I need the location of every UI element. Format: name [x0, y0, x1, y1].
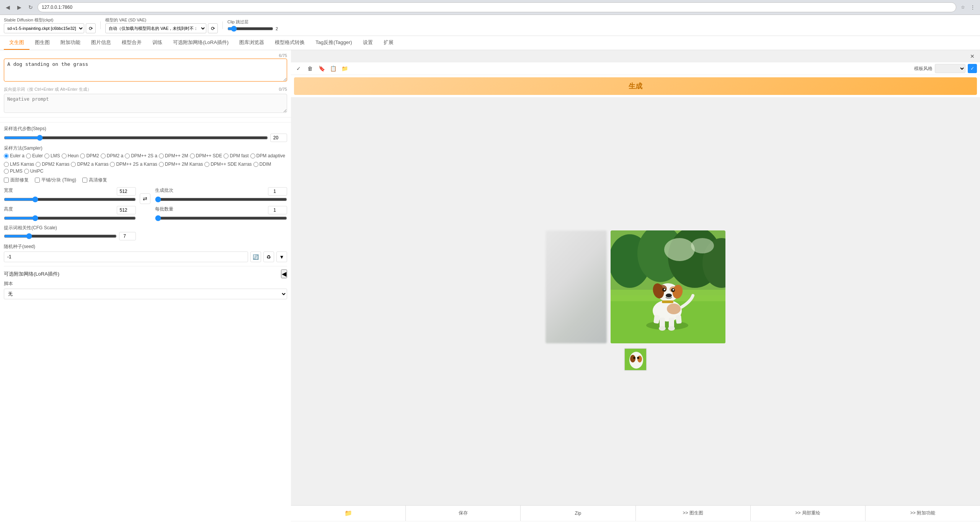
batch-size-label: 每批数量 [155, 206, 173, 213]
send-extras-btn[interactable]: >> 附加功能 [866, 506, 980, 521]
batch-size-input[interactable] [268, 206, 287, 214]
right-icons-row: ✓ 🗑 🔖 📋 📁 [294, 64, 912, 73]
face-restore-check[interactable]: 面部修复 [4, 177, 29, 183]
steps-label: 采样迭代步数(Steps) [4, 126, 287, 132]
vae-select[interactable]: 自动（仅加载与模型同名的 VAE，未找到时不： [105, 23, 206, 33]
tab-settings[interactable]: 设置 [358, 36, 378, 50]
cfg-input[interactable] [119, 232, 136, 240]
folder-icon-btn[interactable]: 📁 [340, 64, 349, 73]
swap-dimensions-btn[interactable]: ⇄ [140, 193, 150, 204]
sampler-dpmpp2sa-karras[interactable]: DPM++ 2S a Karras [110, 162, 157, 167]
tab-imginfo[interactable]: 图片信息 [86, 36, 116, 50]
sampler-radio-group: Euler a Euler LMS Heun DPM2 DPM2 a DPM++… [4, 153, 287, 158]
address-bar[interactable] [38, 2, 956, 12]
seed-input[interactable] [4, 251, 248, 262]
thumbnail-item[interactable] [624, 348, 647, 371]
clip-section: Clip 跳过层 2 [227, 19, 283, 32]
steps-input[interactable] [270, 134, 287, 142]
thumbnail-strip [622, 346, 648, 372]
sd-model-refresh-btn[interactable]: ⟳ [86, 23, 96, 33]
tiling-check[interactable]: 平铺/分块 (Tiling) [35, 177, 76, 183]
svg-point-5 [664, 238, 695, 261]
bookmark-icon[interactable]: ☆ [959, 3, 967, 11]
batch-size-slider[interactable] [155, 215, 287, 221]
sampler-dpmpp2sa[interactable]: DPM++ 2S a [125, 153, 157, 158]
width-slider[interactable] [4, 196, 136, 202]
generated-image-container[interactable] [611, 230, 725, 343]
sampler-dpmfast[interactable]: DPM fast [224, 153, 248, 158]
sampler-euler-a[interactable]: Euler a [4, 153, 24, 158]
seed-extra-btn[interactable]: ▼ [276, 251, 287, 262]
sampler-dpm2a-karras[interactable]: DPM2 a Karras [71, 162, 108, 167]
sampler-dpmppsde[interactable]: DPM++ SDE [190, 153, 222, 158]
tab-tagger[interactable]: Tag反推(Tagger) [310, 36, 357, 50]
svg-point-26 [668, 326, 675, 331]
seed-section: 随机种子(seed) 🔄 ♻ ▼ [4, 243, 287, 262]
bookmark-icon-btn[interactable]: 🔖 [317, 64, 326, 73]
action-bar: 📁 保存 Zip >> 图生图 >> 局部重绘 >> 附加功能 [291, 505, 980, 521]
tab-browser[interactable]: 图库浏览器 [234, 36, 270, 50]
batch-count-input[interactable] [268, 187, 287, 196]
style-template-select[interactable] [935, 64, 965, 73]
negative-counter: 0/75 [279, 87, 287, 91]
width-input[interactable] [117, 187, 136, 196]
copy-icon-btn[interactable]: 📋 [328, 64, 338, 73]
send-img2img-btn[interactable]: >> 图生图 [636, 506, 751, 521]
sampler-dpmppsde-karras[interactable]: DPM++ SDE Karras [204, 162, 252, 167]
tab-txt2img[interactable]: 文生图 [4, 36, 29, 50]
sampler-lms[interactable]: LMS [44, 153, 60, 158]
positive-prompt-input[interactable]: A dog standing on the grass [4, 59, 287, 82]
seed-random-btn[interactable]: 🔄 [250, 251, 261, 262]
tab-extras[interactable]: 附加功能 [55, 36, 86, 50]
batch-count-slider[interactable] [155, 196, 287, 202]
sd-model-select[interactable]: sd-v1-5-inpainting.ckpt [c6bbc15e32] [4, 23, 84, 33]
svg-point-25 [659, 326, 666, 331]
clip-slider[interactable] [227, 26, 273, 32]
send-inpaint-btn[interactable]: >> 局部重绘 [751, 506, 866, 521]
close-panel-btn[interactable]: ✕ [968, 52, 977, 61]
tab-extensions[interactable]: 扩展 [378, 36, 399, 50]
back-button[interactable]: ◀ [3, 3, 12, 12]
sampler-plms[interactable]: PLMS [4, 168, 23, 174]
height-slider[interactable] [4, 215, 136, 221]
tab-lora[interactable]: 可选附加网络(LoRA插件) [168, 36, 234, 50]
menu-icon[interactable]: ⋮ [969, 3, 977, 11]
sampler-ddim[interactable]: DDIM [253, 162, 271, 167]
steps-slider[interactable] [4, 135, 268, 141]
sampler-euler[interactable]: Euler [26, 153, 43, 158]
tab-train[interactable]: 训练 [147, 36, 168, 50]
tab-convert[interactable]: 模型格式转换 [270, 36, 310, 50]
style-apply-btn[interactable]: ✓ [968, 64, 977, 73]
lora-toggle-btn[interactable]: ◀ [281, 269, 287, 278]
confirm-icon-btn[interactable]: ✓ [294, 64, 303, 73]
vae-refresh-btn[interactable]: ⟳ [208, 23, 218, 33]
hires-fix-check[interactable]: 高清修复 [82, 177, 107, 183]
divider1 [100, 21, 101, 29]
script-select[interactable]: 无 [4, 289, 287, 299]
sampler-dpm2-karras[interactable]: DPM2 Karras [36, 162, 69, 167]
sampler-dpmpp2m[interactable]: DPM++ 2M [159, 153, 188, 158]
sampler-dpm2[interactable]: DPM2 [80, 153, 99, 158]
svg-point-33 [637, 356, 642, 362]
sampler-dpmadaptive[interactable]: DPM adaptive [250, 153, 285, 158]
negative-prompt-input[interactable] [4, 94, 287, 113]
sampler-section: 采样方法(Sampler) Euler a Euler LMS Heun DPM… [4, 145, 287, 174]
reload-button[interactable]: ↻ [26, 3, 35, 12]
left-panel: 6/75 A dog standing on the grass 反向提示词（按… [0, 50, 291, 524]
trash-icon-btn[interactable]: 🗑 [305, 64, 315, 73]
zip-btn[interactable]: Zip [521, 506, 635, 521]
tab-img2img[interactable]: 图生图 [29, 36, 55, 50]
sampler-lms-karras[interactable]: LMS Karras [4, 162, 34, 167]
open-folder-btn[interactable]: 📁 [291, 506, 406, 521]
cfg-slider[interactable] [4, 233, 117, 239]
height-input[interactable] [117, 206, 136, 214]
sampler-heun[interactable]: Heun [62, 153, 79, 158]
seed-recycle-btn[interactable]: ♻ [263, 251, 274, 262]
sampler-unipc[interactable]: UniPC [24, 168, 44, 174]
forward-button[interactable]: ▶ [15, 3, 24, 12]
generate-button[interactable]: 生成 [294, 77, 977, 95]
sampler-dpmpp2m-karras[interactable]: DPM++ 2M Karras [159, 162, 203, 167]
save-btn[interactable]: 保存 [406, 506, 521, 521]
sampler-dpm2a[interactable]: DPM2 a [101, 153, 123, 158]
tab-merge[interactable]: 模型合并 [116, 36, 147, 50]
